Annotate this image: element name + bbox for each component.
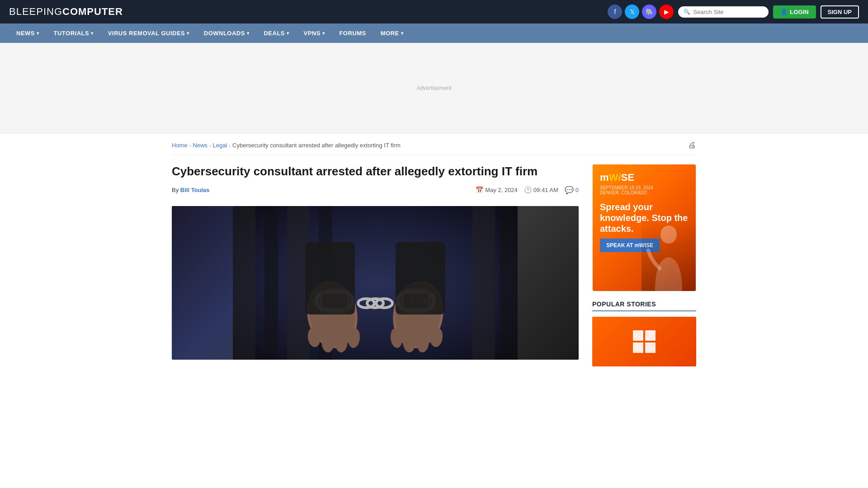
- article-image-svg: [172, 206, 579, 360]
- social-icons: f 𝕏 🐘 ▶: [608, 5, 674, 19]
- nav-item-more[interactable]: MORE ▾: [373, 23, 411, 43]
- logo-light: BLEEPING: [9, 6, 62, 17]
- mastodon-icon[interactable]: 🐘: [642, 5, 656, 19]
- content-wrapper: Home › News › Legal › Cybersecurity cons…: [163, 133, 705, 375]
- main-layout: Cybersecurity consultant arrested after …: [172, 155, 696, 375]
- speaker-figure: [646, 223, 691, 291]
- nav-item-vpns[interactable]: VPNS ▾: [297, 23, 332, 43]
- popular-story-thumbnail[interactable]: [592, 317, 696, 366]
- ad-figure: [642, 219, 696, 291]
- svg-rect-32: [396, 242, 445, 314]
- article-time: 🕐 09:41 AM: [524, 186, 558, 193]
- article-details: 📅 May 2, 2024 🕐 09:41 AM 💬 0: [476, 186, 579, 194]
- chevron-down-icon: ▾: [91, 31, 94, 36]
- article-main: Cybersecurity consultant arrested after …: [172, 164, 579, 366]
- svg-point-33: [660, 225, 677, 244]
- login-button[interactable]: 👤 LOGIN: [773, 5, 816, 19]
- header-right: f 𝕏 🐘 ▶ 🔍 👤 LOGIN SIGN UP: [608, 5, 859, 19]
- site-logo[interactable]: BLEEPINGCOMPUTER: [9, 6, 123, 18]
- user-icon: 👤: [780, 9, 788, 15]
- clock-icon: 🕐: [524, 186, 532, 193]
- sidebar: mWiSE SEPTEMBER 18-19, 2024 DENVER, COLO…: [592, 164, 696, 366]
- nav-item-news[interactable]: NEWS ▾: [9, 23, 47, 43]
- author-link[interactable]: Bill Toulas: [180, 187, 210, 193]
- windows-logo-icon: [633, 330, 656, 353]
- svg-rect-7: [500, 206, 518, 360]
- search-icon: 🔍: [684, 9, 690, 15]
- ad-logo: mWiSE: [600, 172, 689, 183]
- breadcrumb-current: Cybersecurity consultant arrested after …: [232, 142, 401, 149]
- breadcrumb-sep-3: ›: [229, 143, 231, 148]
- popular-stories-title: POPULAR STORIES: [592, 300, 696, 311]
- chevron-down-icon: ▾: [37, 31, 39, 36]
- search-bar: 🔍: [678, 6, 769, 18]
- article-meta: By Bill Toulas 📅 May 2, 2024 🕐 09:41 AM …: [172, 186, 579, 199]
- nav-item-downloads[interactable]: DOWNLOADS ▾: [197, 23, 257, 43]
- breadcrumb-sep-1: ›: [189, 143, 191, 148]
- svg-rect-6: [472, 206, 495, 360]
- breadcrumb-news[interactable]: News: [193, 142, 208, 149]
- article-title: Cybersecurity consultant arrested after …: [172, 164, 579, 179]
- popular-stories: POPULAR STORIES: [592, 300, 696, 366]
- svg-rect-2: [233, 206, 255, 360]
- ad-banner-top: Advertisement: [0, 43, 868, 133]
- logo-bold: COMPUTER: [62, 6, 123, 17]
- twitter-icon[interactable]: 𝕏: [625, 5, 639, 19]
- ad-subtitle: SEPTEMBER 18-19, 2024 DENVER, COLORADO: [600, 185, 689, 195]
- breadcrumb-sep-2: ›: [209, 143, 211, 148]
- svg-rect-31: [305, 242, 355, 314]
- article-image: [172, 206, 579, 360]
- comment-icon: 💬: [565, 186, 574, 194]
- facebook-icon[interactable]: f: [608, 5, 622, 19]
- print-icon[interactable]: 🖨: [688, 141, 696, 150]
- breadcrumb-home[interactable]: Home: [172, 142, 188, 149]
- chevron-down-icon: ▾: [401, 31, 404, 36]
- article-author: By Bill Toulas: [172, 187, 210, 193]
- chevron-down-icon: ▾: [287, 31, 289, 36]
- chevron-down-icon: ▾: [322, 31, 325, 36]
- chevron-down-icon: ▾: [247, 31, 250, 36]
- main-nav: NEWS ▾ TUTORIALS ▾ VIRUS REMOVAL GUIDES …: [0, 23, 868, 43]
- youtube-icon[interactable]: ▶: [659, 5, 674, 19]
- sidebar-ad: mWiSE SEPTEMBER 18-19, 2024 DENVER, COLO…: [592, 164, 696, 291]
- nav-item-forums[interactable]: FORUMS: [332, 23, 373, 43]
- signup-button[interactable]: SIGN UP: [821, 5, 859, 19]
- search-input[interactable]: [693, 9, 763, 15]
- nav-item-deals[interactable]: DEALS ▾: [256, 23, 296, 43]
- site-header: BLEEPINGCOMPUTER f 𝕏 🐘 ▶ 🔍 👤 LOGIN SIGN …: [0, 0, 868, 23]
- nav-item-virus-removal[interactable]: VIRUS REMOVAL GUIDES ▾: [101, 23, 197, 43]
- breadcrumb-legal[interactable]: Legal: [213, 142, 227, 149]
- article-date: 📅 May 2, 2024: [476, 186, 518, 193]
- calendar-icon: 📅: [476, 186, 483, 193]
- chevron-down-icon: ▾: [187, 31, 189, 36]
- nav-item-tutorials[interactable]: TUTORIALS ▾: [47, 23, 101, 43]
- breadcrumb: Home › News › Legal › Cybersecurity cons…: [172, 133, 696, 155]
- ad-content: mWiSE SEPTEMBER 18-19, 2024 DENVER, COLO…: [593, 164, 696, 291]
- article-comments[interactable]: 💬 0: [565, 186, 579, 194]
- svg-rect-3: [264, 206, 278, 360]
